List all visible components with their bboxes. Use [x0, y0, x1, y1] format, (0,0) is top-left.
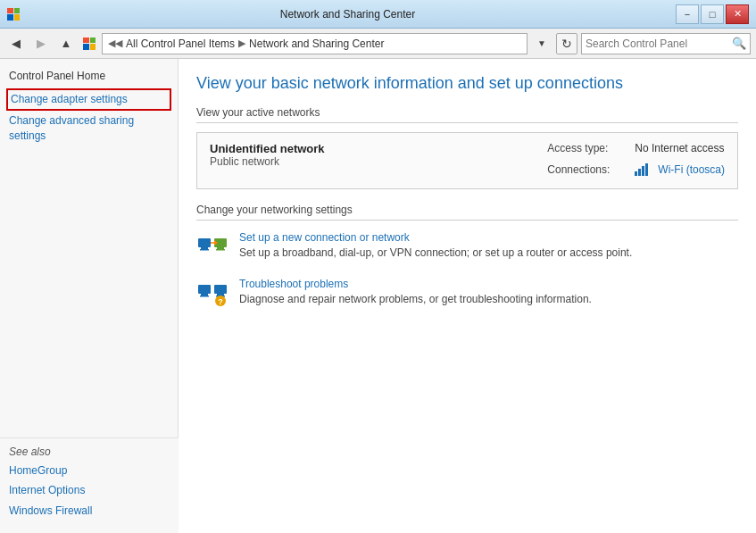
address-bar: ◀ ▶ ▲ ◀◀ All Control Panel Items ▶ Netwo…	[0, 29, 756, 59]
title-bar-left	[7, 8, 20, 21]
setup-connection-link[interactable]: Set up a new connection or network	[239, 231, 410, 244]
back-button[interactable]: ◀	[5, 33, 27, 54]
new-connection-icon	[196, 231, 228, 263]
svg-rect-2	[200, 249, 209, 251]
action1-desc: Set up a broadband, dial-up, or VPN conn…	[239, 246, 738, 261]
svg-rect-1	[201, 247, 208, 249]
svg-rect-0	[198, 238, 211, 247]
troubleshoot-link[interactable]: Troubleshoot problems	[239, 278, 348, 290]
action-item-troubleshoot: ? Troubleshoot problems Diagnose and rep…	[196, 278, 738, 310]
content-area: View your basic network information and …	[179, 59, 756, 533]
svg-rect-5	[216, 249, 225, 251]
search-box[interactable]: 🔍	[581, 33, 751, 54]
action2-desc: Diagnose and repair network problems, or…	[239, 292, 738, 307]
access-type-value: No Internet access	[635, 142, 724, 154]
access-type-row: Access type: No Internet access	[547, 142, 725, 154]
connections-label: Connections:	[547, 163, 627, 176]
change-settings-section: Change your networking settings	[196, 204, 738, 310]
network-type: Public network	[210, 155, 325, 168]
troubleshoot-icon: ?	[196, 278, 228, 310]
svg-rect-8	[198, 285, 211, 294]
main-layout: Control Panel Home Change adapter settin…	[0, 59, 756, 533]
change-adapter-settings-link[interactable]: Change adapter settings	[9, 91, 169, 108]
homegroup-link[interactable]: HomeGroup	[9, 463, 170, 479]
path-control-panel[interactable]: All Control Panel Items	[126, 37, 235, 50]
sidebar-see-also: See also HomeGroup Internet Options Wind…	[0, 437, 179, 533]
action2-text: Troubleshoot problems Diagnose and repai…	[239, 278, 738, 307]
svg-rect-4	[217, 247, 224, 249]
forward-button[interactable]: ▶	[30, 33, 52, 54]
network-name: Unidentified network	[210, 142, 325, 155]
maximize-button[interactable]: □	[701, 4, 724, 24]
up-button[interactable]: ▲	[55, 33, 77, 54]
title-bar-buttons: − □ ✕	[676, 4, 749, 24]
windows-firewall-link[interactable]: Windows Firewall	[9, 504, 170, 519]
svg-text:?: ?	[218, 297, 223, 306]
wifi-icon	[635, 163, 648, 176]
search-icon[interactable]: 🔍	[732, 37, 746, 50]
content-title: View your basic network information and …	[196, 73, 738, 94]
title-bar-title: Network and Sharing Center	[20, 8, 676, 21]
new-connection-svg	[196, 231, 228, 263]
internet-options-link[interactable]: Internet Options	[9, 483, 170, 498]
sidebar: Control Panel Home Change adapter settin…	[0, 59, 179, 533]
see-also-label: See also	[9, 446, 170, 458]
search-input[interactable]	[586, 37, 728, 50]
action1-text: Set up a new connection or network Set u…	[239, 231, 738, 261]
address-path[interactable]: ◀◀ All Control Panel Items ▶ Network and…	[102, 33, 528, 54]
path-current: Network and Sharing Center	[249, 37, 384, 50]
app-icon	[7, 8, 20, 21]
svg-rect-11	[214, 285, 227, 294]
svg-rect-9	[201, 294, 208, 296]
sidebar-home: Control Panel Home	[9, 70, 169, 82]
action-item-new-connection: Set up a new connection or network Set u…	[196, 231, 738, 263]
troubleshoot-svg: ?	[196, 278, 228, 310]
path-sep-0: ◀◀	[108, 37, 122, 49]
connections-row: Connections: Wi-Fi (toosca)	[547, 163, 725, 176]
path-sep-1: ▶	[238, 37, 245, 49]
minimize-button[interactable]: −	[676, 4, 699, 24]
dropdown-button[interactable]: ▼	[531, 33, 552, 54]
svg-rect-10	[200, 296, 209, 297]
refresh-button[interactable]: ↻	[556, 33, 577, 54]
svg-rect-12	[217, 294, 224, 296]
windows-icon	[80, 35, 98, 53]
close-button[interactable]: ✕	[726, 4, 749, 24]
change-settings-header: Change your networking settings	[196, 204, 738, 221]
network-left-info: Unidentified network Public network	[210, 142, 325, 168]
title-bar: Network and Sharing Center − □ ✕	[0, 0, 756, 29]
sidebar-top: Control Panel Home Change adapter settin…	[0, 59, 178, 155]
wifi-connection-link[interactable]: Wi-Fi (toosca)	[658, 163, 725, 176]
network-card: Unidentified network Public network Acce…	[196, 132, 738, 189]
active-networks-header: View your active networks	[196, 106, 738, 123]
change-advanced-sharing-link[interactable]: Change advanced sharing settings	[9, 113, 169, 144]
access-type-label: Access type:	[547, 142, 627, 154]
network-right-info: Access type: No Internet access Connecti…	[547, 142, 725, 179]
